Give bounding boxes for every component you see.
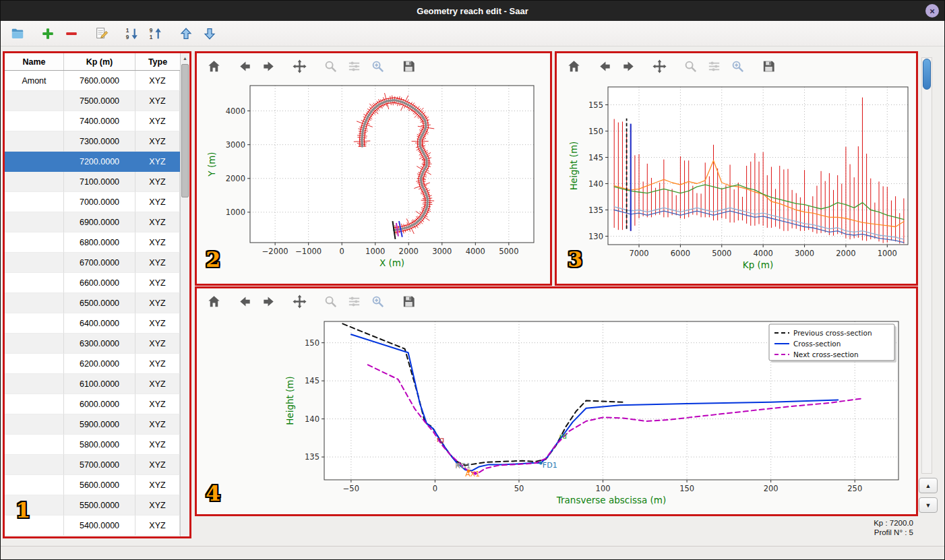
forward-icon[interactable] bbox=[260, 292, 277, 310]
cell-kp: 6200.0000 bbox=[64, 354, 135, 374]
sort-descending-icon[interactable]: 91 bbox=[147, 25, 164, 42]
cell-kp: 6000.0000 bbox=[64, 394, 135, 414]
cell-type: XYZ bbox=[135, 313, 180, 334]
table-row[interactable]: 7300.0000XYZ bbox=[5, 131, 180, 152]
longitudinal-plot-toolbar bbox=[557, 53, 916, 79]
zoom-icon[interactable] bbox=[681, 57, 699, 75]
back-icon[interactable] bbox=[596, 57, 613, 75]
forward-icon[interactable] bbox=[260, 57, 277, 75]
table-row[interactable]: 6200.0000XYZ bbox=[5, 354, 180, 374]
pan-icon[interactable] bbox=[291, 57, 308, 75]
cell-type: XYZ bbox=[135, 152, 180, 172]
back-icon[interactable] bbox=[236, 292, 253, 310]
table-row[interactable]: 6900.0000XYZ bbox=[5, 212, 180, 232]
column-header-kp[interactable]: Kp (m) bbox=[64, 53, 135, 70]
table-row[interactable]: 6500.0000XYZ bbox=[5, 293, 180, 313]
save-icon[interactable] bbox=[400, 292, 417, 310]
scroll-up-icon[interactable]: ▲ bbox=[181, 53, 189, 63]
table-row[interactable]: 7400.0000XYZ bbox=[5, 111, 180, 131]
svg-text:4000: 4000 bbox=[754, 249, 773, 258]
annotation-number-4: 4 bbox=[206, 483, 220, 504]
table-row[interactable]: 6100.0000XYZ bbox=[5, 374, 180, 394]
move-up-icon[interactable] bbox=[177, 25, 195, 42]
table-row[interactable]: 5600.0000XYZ bbox=[5, 475, 180, 495]
svg-text:4000: 4000 bbox=[466, 247, 485, 256]
delete-profile-icon[interactable] bbox=[63, 25, 80, 42]
table-row[interactable]: Amont7600.0000XYZ bbox=[5, 71, 180, 91]
svg-text:2000: 2000 bbox=[399, 247, 419, 256]
table-row[interactable]: 6600.0000XYZ bbox=[5, 273, 180, 293]
table-row[interactable]: 7000.0000XYZ bbox=[5, 192, 180, 212]
cell-type: XYZ bbox=[135, 273, 180, 293]
table-scrollbar[interactable]: ▲ bbox=[180, 53, 189, 536]
add-profile-icon[interactable] bbox=[39, 25, 57, 42]
subplots-icon[interactable] bbox=[705, 57, 723, 75]
save-icon[interactable] bbox=[760, 57, 777, 75]
zoom-icon[interactable] bbox=[322, 292, 339, 310]
svg-text:155: 155 bbox=[588, 100, 603, 110]
table-row[interactable]: 6800.0000XYZ bbox=[5, 232, 180, 253]
longitudinal-chart[interactable]: 7000600050004000300020001000130135140145… bbox=[557, 79, 916, 284]
profile-down-button[interactable]: ▼ bbox=[919, 497, 938, 513]
window-scrollbar[interactable] bbox=[921, 57, 932, 474]
customize-icon[interactable] bbox=[369, 57, 386, 75]
save-icon[interactable] bbox=[400, 57, 417, 75]
window-scrollbar-thumb[interactable] bbox=[923, 59, 931, 90]
back-icon[interactable] bbox=[236, 57, 253, 75]
table-row[interactable]: 5700.0000XYZ bbox=[5, 455, 180, 475]
home-icon[interactable] bbox=[565, 57, 582, 75]
svg-text:50: 50 bbox=[514, 484, 524, 493]
forward-icon[interactable] bbox=[619, 57, 637, 75]
window-title: Geometry reach edit - Saar bbox=[417, 6, 528, 16]
annotation-number-2: 2 bbox=[206, 249, 220, 270]
move-down-icon[interactable] bbox=[201, 25, 218, 42]
customize-icon[interactable] bbox=[369, 292, 386, 310]
close-icon[interactable]: × bbox=[925, 4, 939, 18]
svg-text:9: 9 bbox=[150, 28, 153, 34]
home-icon[interactable] bbox=[205, 57, 222, 75]
pan-icon[interactable] bbox=[650, 57, 668, 75]
table-row[interactable]: 7500.0000XYZ bbox=[5, 91, 180, 111]
table-row[interactable]: 5500.0000XYZ bbox=[5, 495, 180, 516]
svg-text:1000: 1000 bbox=[365, 247, 385, 256]
pan-icon[interactable] bbox=[291, 292, 308, 310]
customize-icon[interactable] bbox=[729, 57, 746, 75]
svg-text:1: 1 bbox=[150, 34, 153, 40]
zoom-icon[interactable] bbox=[322, 57, 339, 75]
table-row[interactable]: 5900.0000XYZ bbox=[5, 414, 180, 435]
cell-name bbox=[5, 172, 64, 192]
cell-name bbox=[5, 435, 64, 455]
subplots-icon[interactable] bbox=[345, 57, 363, 75]
title-bar[interactable]: Geometry reach edit - Saar × bbox=[1, 1, 944, 21]
svg-text:100: 100 bbox=[596, 484, 611, 493]
cell-type: XYZ bbox=[135, 212, 180, 232]
sort-ascending-icon[interactable]: 19 bbox=[123, 25, 141, 42]
table-row[interactable]: 6400.0000XYZ bbox=[5, 313, 180, 334]
home-icon[interactable] bbox=[205, 292, 222, 310]
table-row[interactable]: 5800.0000XYZ bbox=[5, 435, 180, 455]
column-header-name[interactable]: Name bbox=[5, 53, 64, 70]
table-row[interactable]: 5400.0000XYZ bbox=[5, 516, 180, 536]
svg-text:7000: 7000 bbox=[629, 249, 648, 258]
table-row[interactable]: 7100.0000XYZ bbox=[5, 172, 180, 192]
profile-up-button[interactable]: ▲ bbox=[919, 478, 938, 493]
table-row[interactable]: 6300.0000XYZ bbox=[5, 334, 180, 354]
cross-section-chart[interactable]: −50050100150200250135140145150Transverse… bbox=[197, 314, 916, 514]
table-row[interactable]: 6700.0000XYZ bbox=[5, 253, 180, 273]
subplots-icon[interactable] bbox=[345, 292, 363, 310]
table-scrollbar-thumb[interactable] bbox=[181, 64, 189, 197]
table-row[interactable]: 6000.0000XYZ bbox=[5, 394, 180, 414]
cell-kp: 6700.0000 bbox=[64, 253, 135, 273]
cell-name bbox=[5, 313, 64, 334]
plan-chart[interactable]: −2000−1000010002000300040005000100020003… bbox=[197, 79, 550, 284]
svg-text:1000: 1000 bbox=[226, 208, 245, 217]
edit-profile-icon[interactable] bbox=[93, 25, 111, 42]
table-row[interactable]: 7200.0000XYZ bbox=[5, 152, 180, 172]
svg-text:1000: 1000 bbox=[878, 249, 897, 258]
cell-type: XYZ bbox=[135, 374, 180, 394]
svg-text:0: 0 bbox=[433, 484, 437, 493]
column-header-type[interactable]: Type bbox=[135, 53, 180, 70]
status-info: Kp : 7200.0 Profil N° : 5 bbox=[874, 518, 913, 537]
cell-kp: 6300.0000 bbox=[64, 334, 135, 354]
open-file-icon[interactable] bbox=[9, 25, 26, 42]
